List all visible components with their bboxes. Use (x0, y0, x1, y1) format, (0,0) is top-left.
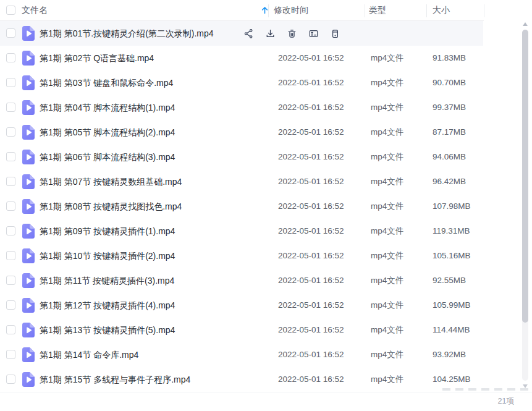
status-bar: 21项 (0, 392, 532, 411)
table-row[interactable]: 第1期 第11节 按键精灵插件(3).mp4 2022-05-01 16:52 … (0, 268, 483, 293)
row-checkbox[interactable] (6, 300, 15, 310)
file-type: mp4文件 (371, 268, 403, 293)
table-row[interactable]: 第1期 第02节 Q语言基础.mp4 2022-05-01 16:52 mp4文… (0, 46, 483, 70)
file-size: 87.17MB (433, 120, 466, 145)
column-divider (268, 4, 269, 17)
table-row[interactable]: 第1期 第08节 按键精灵找图找色.mp4 2022-05-01 16:52 m… (0, 194, 483, 219)
row-checkbox[interactable] (6, 127, 15, 137)
file-type: mp4文件 (371, 120, 403, 145)
video-file-icon (22, 100, 35, 115)
file-name[interactable]: 第1期 第14节 命令库.mp4 (40, 342, 138, 367)
column-header-type[interactable]: 类型 (369, 0, 386, 20)
file-name[interactable]: 第1期 第15节 多线程与事件子程序.mp4 (40, 367, 190, 392)
column-header-size[interactable]: 大小 (433, 0, 450, 20)
column-header-filename[interactable]: 文件名 (22, 0, 48, 20)
share-icon[interactable] (243, 28, 254, 39)
file-type: mp4文件 (371, 219, 403, 244)
table-row[interactable]: 第1期 第14节 命令库.mp4 2022-05-01 16:52 mp4文件 … (0, 342, 483, 367)
file-type: mp4文件 (371, 342, 403, 367)
table-row[interactable]: 第1期 第12节 按键精灵插件(4).mp4 2022-05-01 16:52 … (0, 293, 483, 318)
table-row[interactable]: 第1期 第04节 脚本流程结构(1).mp4 2022-05-01 16:52 … (0, 95, 483, 120)
rename-icon[interactable] (308, 28, 319, 39)
file-name[interactable]: 第1期 第07节 按键精灵数组基础.mp4 (40, 169, 182, 194)
file-type: mp4文件 (371, 194, 403, 219)
video-file-icon (22, 125, 35, 140)
video-file-icon (22, 51, 35, 66)
row-checkbox[interactable] (6, 177, 15, 186)
file-name[interactable]: 第1期 第03节 键盘和鼠标命令.mp4 (40, 70, 173, 95)
file-name[interactable]: 第1期 第12节 按键精灵插件(4).mp4 (40, 293, 175, 318)
row-checkbox[interactable] (6, 78, 15, 87)
row-checkbox[interactable] (6, 325, 15, 334)
file-modified-date: 2022-05-01 16:52 (278, 342, 344, 367)
file-name[interactable]: 第1期 第01节.按键精灵介绍(第二次录制).mp4 (40, 21, 214, 46)
vertical-scrollbar[interactable] (522, 20, 529, 391)
file-name[interactable]: 第1期 第08节 按键精灵找图找色.mp4 (40, 194, 182, 219)
table-row[interactable]: 第1期 第09节 按键精灵插件(1).mp4 2022-05-01 16:52 … (0, 219, 483, 244)
file-size: 105.16MB (433, 244, 471, 268)
table-row[interactable]: 第1期 第10节 按键精灵插件(2).mp4 2022-05-01 16:52 … (0, 244, 483, 268)
scroll-up-arrow-icon[interactable] (523, 22, 528, 26)
file-size: 96.42MB (433, 169, 466, 194)
file-name[interactable]: 第1期 第04节 脚本流程结构(1).mp4 (40, 95, 175, 120)
file-size: 119.31MB (433, 219, 470, 244)
file-list: 第1期 第01节.按键精灵介绍(第二次录制).mp4 (0, 21, 532, 392)
file-size: 94.06MB (433, 145, 466, 169)
file-type: mp4文件 (371, 95, 403, 120)
video-file-icon (22, 26, 35, 41)
video-file-icon (22, 347, 35, 362)
table-row[interactable]: 第1期 第03节 键盘和鼠标命令.mp4 2022-05-01 16:52 mp… (0, 70, 483, 95)
file-name[interactable]: 第1期 第10节 按键精灵插件(2).mp4 (40, 244, 175, 268)
file-name[interactable]: 第1期 第05节 脚本流程结构(2).mp4 (40, 120, 175, 145)
table-row[interactable]: 第1期 第01节.按键精灵介绍(第二次录制).mp4 (0, 21, 483, 46)
file-size: 91.83MB (433, 46, 466, 70)
row-checkbox[interactable] (6, 276, 15, 285)
file-type: mp4文件 (371, 145, 403, 169)
file-modified-date: 2022-05-01 16:52 (278, 194, 344, 219)
table-row[interactable]: 第1期 第13节 按键精灵插件(5).mp4 2022-05-01 16:52 … (0, 318, 483, 342)
video-file-icon (22, 150, 35, 164)
file-type: mp4文件 (371, 367, 403, 392)
file-name[interactable]: 第1期 第09节 按键精灵插件(1).mp4 (40, 219, 175, 244)
file-name[interactable]: 第1期 第02节 Q语言基础.mp4 (40, 46, 154, 70)
column-header-modified[interactable]: 修改时间 (274, 0, 308, 20)
row-checkbox[interactable] (6, 251, 15, 260)
scrollbar-thumb[interactable] (522, 30, 528, 323)
file-size: 93.92MB (433, 342, 466, 367)
row-checkbox[interactable] (6, 53, 15, 62)
file-modified-date: 2022-05-01 16:52 (278, 244, 344, 268)
video-file-icon (22, 199, 35, 214)
row-checkbox[interactable] (6, 201, 15, 211)
select-all-checkbox[interactable] (6, 6, 15, 15)
download-icon[interactable] (265, 28, 276, 39)
table-row[interactable]: 第1期 第15节 多线程与事件子程序.mp4 2022-05-01 16:52 … (0, 367, 483, 392)
table-row[interactable]: 第1期 第05节 脚本流程结构(2).mp4 2022-05-01 16:52 … (0, 120, 483, 145)
file-type: mp4文件 (371, 318, 403, 342)
row-checkbox[interactable] (6, 226, 15, 235)
row-checkbox[interactable] (6, 28, 15, 38)
row-hover-actions (243, 21, 340, 46)
scroll-down-arrow-icon[interactable] (523, 384, 528, 388)
file-size: 90.70MB (433, 70, 466, 95)
video-file-icon (22, 224, 35, 239)
row-checkbox[interactable] (6, 103, 15, 112)
row-checkbox[interactable] (6, 375, 15, 384)
file-size: 107.98MB (433, 194, 471, 219)
file-size: 105.99MB (433, 293, 471, 318)
phone-icon[interactable] (330, 28, 340, 39)
row-checkbox[interactable] (6, 350, 15, 359)
file-modified-date: 2022-05-01 16:52 (278, 219, 344, 244)
file-size: 114.44MB (433, 318, 470, 342)
row-checkbox[interactable] (6, 152, 15, 161)
file-name[interactable]: 第1期 第11节 按键精灵插件(3).mp4 (40, 268, 174, 293)
table-row[interactable]: 第1期 第06节 脚本流程结构(3).mp4 2022-05-01 16:52 … (0, 145, 483, 169)
file-name[interactable]: 第1期 第13节 按键精灵插件(5).mp4 (40, 318, 175, 342)
file-name[interactable]: 第1期 第06节 脚本流程结构(3).mp4 (40, 145, 175, 169)
file-size: 99.37MB (433, 95, 466, 120)
video-file-icon (22, 273, 35, 288)
table-row[interactable]: 第1期 第07节 按键精灵数组基础.mp4 2022-05-01 16:52 m… (0, 169, 483, 194)
column-divider (484, 4, 484, 17)
column-divider (426, 4, 427, 17)
delete-icon[interactable] (287, 28, 297, 39)
file-modified-date: 2022-05-01 16:52 (278, 70, 344, 95)
